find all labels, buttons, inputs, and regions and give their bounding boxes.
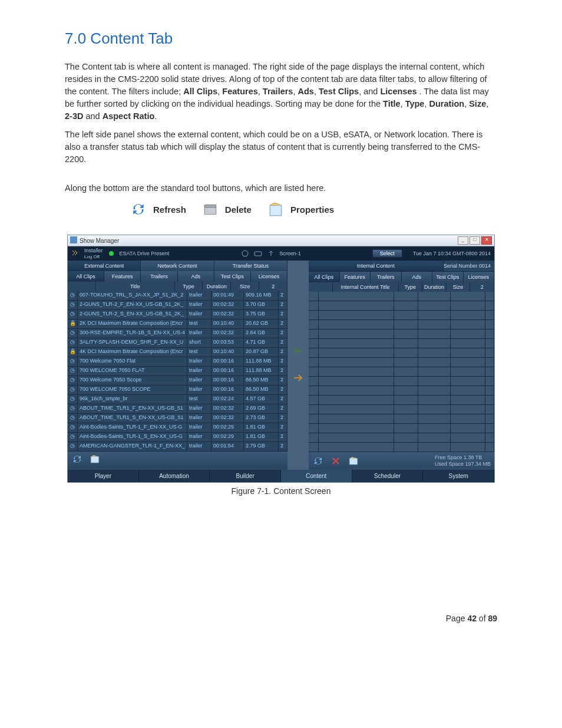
table-row[interactable]: ◷300-RSE-EMPIRE_TLR-1B_S_EN-XX_US-4trail…: [68, 329, 287, 338]
subtab-test-clips[interactable]: Test Clips: [214, 271, 251, 282]
table-row[interactable]: [309, 311, 494, 320]
table-row[interactable]: [309, 358, 494, 367]
table-row[interactable]: ◷700 Welcome 7050 Scopetrailer00:00:1686…: [68, 376, 287, 386]
logoff-link[interactable]: Log Off: [84, 254, 100, 259]
installer-icon[interactable]: [71, 249, 78, 258]
delete-icon[interactable]: [330, 456, 342, 466]
table-row[interactable]: [309, 414, 494, 424]
table-row[interactable]: [309, 377, 494, 386]
datetime-label: Tue Jan 7 10:34 GMT-0800 2014: [413, 251, 491, 256]
drive-status-icon: [109, 251, 114, 256]
subtab-trailers[interactable]: Trailers: [371, 272, 401, 282]
subtab-licenses[interactable]: Licenses: [464, 272, 494, 282]
cell-type: test: [187, 395, 211, 404]
tab-external-content[interactable]: External Content: [68, 261, 141, 271]
col-type[interactable]: Type: [399, 282, 423, 292]
tool-button-row: Refresh Delete Properties: [65, 202, 497, 217]
navtab-builder[interactable]: Builder: [210, 470, 281, 482]
table-row[interactable]: ◷Aint-Bodies-Saints_TLR-1_F_EN-XX_US-Gtr…: [68, 423, 287, 433]
table-row[interactable]: 🔒2K DCI Maximum Bitrate Composition (Enc…: [68, 319, 287, 329]
cell-size: 2.73 GB: [244, 414, 279, 423]
table-row[interactable]: [309, 339, 494, 348]
table-row[interactable]: ◷007-TOKUHO_TRL_S_JA-XX_JP_51_2K_2traile…: [68, 291, 287, 301]
table-row[interactable]: [309, 367, 494, 377]
properties-icon[interactable]: [348, 456, 359, 466]
table-row[interactable]: ◷96k_16ch_smpte_brtest00:02:244.57 GB2: [68, 395, 287, 404]
table-row[interactable]: [309, 330, 494, 339]
subtab-ads[interactable]: Ads: [178, 271, 214, 282]
col-size[interactable]: Size: [447, 282, 471, 292]
navtab-scheduler[interactable]: Scheduler: [352, 470, 424, 482]
table-row[interactable]: [309, 433, 494, 443]
table-row[interactable]: [309, 386, 494, 396]
transfer-left-icon[interactable]: [292, 345, 305, 358]
properties-icon[interactable]: [89, 454, 101, 465]
subtab-all-clips[interactable]: All Clips: [68, 271, 104, 282]
cell-type: trailer: [187, 329, 211, 338]
tab-internal-content[interactable]: Internal Content: [309, 261, 444, 271]
cell-duration: 00:01:49: [211, 291, 244, 300]
col-duration[interactable]: Duration: [203, 282, 231, 291]
cell-duration: 00:02:32: [211, 404, 244, 413]
projector-icon[interactable]: [240, 249, 250, 258]
col-size[interactable]: Size: [231, 282, 259, 291]
table-row[interactable]: ◷ABOUT_TIME_TLR1_F_EN-XX_US-GB_51trailer…: [68, 404, 287, 414]
table-row[interactable]: ◷700 WELCOME 7050 FLATtrailer00:00:16111…: [68, 367, 287, 376]
refresh-icon[interactable]: [71, 454, 83, 465]
table-row[interactable]: ◷700 WELCOME 7050 SCOPEtrailer00:00:1686…: [68, 386, 287, 395]
subtab-all-clips[interactable]: All Clips: [309, 272, 339, 282]
upload-icon[interactable]: [266, 249, 276, 258]
table-row[interactable]: [309, 301, 494, 311]
col-ar[interactable]: 2: [259, 282, 287, 291]
table-row[interactable]: ◷2-GUNS_TLR-2_F_EN-XX_US-GB_51_2K_traile…: [68, 301, 287, 310]
table-row[interactable]: [309, 348, 494, 358]
col-ar[interactable]: 2: [470, 282, 494, 292]
navtab-player[interactable]: Player: [68, 470, 139, 482]
navtab-system[interactable]: System: [423, 470, 494, 482]
cell-size: 2.79 GB: [244, 442, 279, 451]
storage-icon[interactable]: [253, 249, 263, 258]
subtab-licenses[interactable]: Licenses: [251, 271, 287, 282]
col-duration[interactable]: Duration: [422, 282, 447, 292]
table-row[interactable]: [309, 443, 494, 452]
select-button[interactable]: Select: [372, 249, 402, 258]
col-internal-title[interactable]: Internal Content Title: [333, 282, 399, 292]
table-row[interactable]: ◷700 Welcome 7050 Flattrailer00:00:16111…: [68, 357, 287, 367]
maximize-button[interactable]: □: [470, 236, 480, 245]
cell-duration: 00:00:16: [211, 386, 244, 394]
transfer-right-icon[interactable]: [292, 372, 305, 385]
table-row[interactable]: [309, 396, 494, 405]
table-row[interactable]: [309, 424, 494, 433]
subtab-features[interactable]: Features: [340, 272, 371, 282]
tab-transfer-status[interactable]: Transfer Status: [214, 261, 287, 271]
minimize-button[interactable]: _: [458, 236, 468, 245]
navtab-automation[interactable]: Automation: [139, 470, 210, 482]
installer-label[interactable]: Installer: [84, 248, 103, 253]
close-button[interactable]: ✕: [481, 236, 492, 245]
subtab-trailers[interactable]: Trailers: [141, 271, 177, 282]
refresh-icon[interactable]: [312, 456, 324, 466]
subtab-features[interactable]: Features: [104, 271, 141, 282]
cell-title: 2-GUNS_TLR-2_S_EN-XX_US-GB_51_2K_: [78, 310, 187, 319]
table-row[interactable]: [309, 292, 494, 301]
filter-name: Test Clips: [319, 87, 359, 96]
col-type[interactable]: Type: [175, 282, 203, 291]
col-title[interactable]: Title: [96, 282, 175, 291]
table-row[interactable]: ◷AMERICAN-GANGSTER_TLR-1_F_EN-XX_trailer…: [68, 442, 287, 452]
cell-ar: 2: [279, 376, 287, 385]
clip-icon: ◷: [68, 414, 78, 423]
cell-size: 86.50 MB: [244, 386, 279, 394]
navtab-content[interactable]: Content: [281, 470, 352, 482]
table-row[interactable]: ◷2-GUNS_TLR-2_S_EN-XX_US-GB_51_2K_traile…: [68, 310, 287, 319]
cell-ar: 2: [279, 423, 287, 432]
tab-network-content[interactable]: Network Content: [141, 261, 214, 271]
subtab-ads[interactable]: Ads: [402, 272, 432, 282]
table-row[interactable]: 🔒4K DCI Maximum Bitrate Composition (Enc…: [68, 348, 287, 357]
window-titlebar[interactable]: Show Manager _ □ ✕: [68, 235, 494, 246]
table-row[interactable]: [309, 320, 494, 330]
table-row[interactable]: ◷Aint-Bodies-Saints_TLR-1_S_EN-XX_US-Gtr…: [68, 433, 287, 442]
table-row[interactable]: ◷ABOUT_TIME_TLR1_S_EN-XX_US-GB_51trailer…: [68, 414, 287, 423]
table-row[interactable]: [309, 405, 494, 414]
subtab-test-clips[interactable]: Test Clips: [432, 272, 463, 282]
table-row[interactable]: ◷3ALITY-SPLASH-DEMO_SHR_F_EN-XX_Ushort00…: [68, 338, 287, 348]
